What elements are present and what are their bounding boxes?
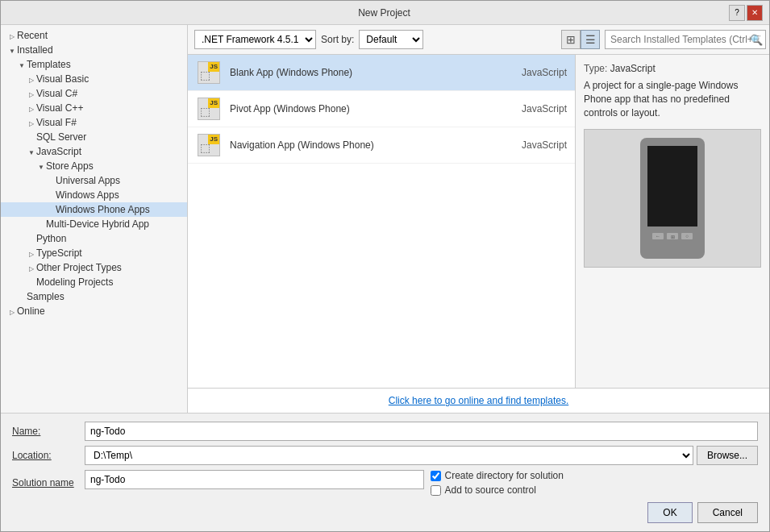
template-row-blank[interactable]: JS ⬚ Blank App (Windows Phone)JavaScript	[188, 55, 575, 91]
tree-arrow-storeapps: ▼	[36, 164, 46, 171]
list-view-btn[interactable]: ☰	[581, 30, 600, 49]
add-source-row[interactable]: Add to source control	[431, 484, 759, 496]
solution-label: Solution name	[12, 477, 85, 488]
tree-label-wphone: Windows Phone Apps	[56, 204, 150, 215]
tree-item-typescript[interactable]: ▷TypeScript	[1, 246, 187, 260]
grid-view-btn[interactable]: ⊞	[561, 30, 581, 49]
tree-item-otherproj[interactable]: ▷Other Project Types	[1, 260, 187, 275]
tree-item-winapps[interactable]: Windows Apps	[1, 188, 187, 202]
phone-home-btn: ⊞	[667, 233, 678, 239]
search-icon: 🔍	[750, 34, 763, 46]
tree-arrow-online: ▷	[7, 309, 17, 316]
phone-screen	[647, 146, 697, 227]
tree-item-universal[interactable]: Universal Apps	[1, 173, 187, 188]
framework-select[interactable]: .NET Framework 4.5.1	[194, 30, 316, 49]
online-link[interactable]: Click here to go online and find templat…	[389, 395, 568, 406]
tree-item-fs[interactable]: ▷Visual F#	[1, 115, 187, 130]
info-description: A project for a single-page Windows Phon…	[584, 79, 761, 119]
sort-label: Sort by:	[321, 34, 354, 45]
tree-label-installed: Installed	[17, 44, 53, 56]
name-input[interactable]	[85, 422, 758, 441]
tree-label-modeling: Modeling Projects	[36, 276, 113, 288]
template-lang-nav: JavaScript	[522, 139, 567, 151]
info-type-label: Type:	[584, 63, 607, 74]
view-toggle: ⊞ ☰	[561, 30, 600, 49]
tree-arrow-installed: ▼	[7, 48, 17, 55]
tree-label-fs: Visual F#	[36, 117, 77, 128]
template-icon-blank: JS ⬚	[196, 60, 222, 85]
tree-item-samples[interactable]: Samples	[1, 289, 187, 304]
browse-button[interactable]: Browse...	[697, 446, 758, 465]
cancel-button[interactable]: Cancel	[697, 502, 758, 523]
ok-button[interactable]: OK	[647, 502, 692, 523]
tree-label-winapps: Windows Apps	[56, 189, 119, 201]
name-row: Name:	[12, 422, 758, 441]
tree-label-multidev: Multi-Device Hybrid App	[46, 218, 149, 230]
template-name-pivot: Pivot App (Windows Phone)	[230, 103, 522, 114]
name-label: Name:	[12, 426, 85, 437]
phone-nav-bar: ← ⊞ ○	[652, 233, 693, 239]
tree-arrow-typescript: ▷	[27, 251, 36, 258]
phone-preview: ← ⊞ ○	[584, 129, 761, 268]
title-controls: ? ✕	[729, 5, 763, 21]
title-bar: New Project ? ✕	[1, 1, 769, 25]
tree-label-vb: Visual Basic	[36, 73, 89, 85]
create-dir-label: Create directory for solution	[445, 470, 564, 481]
tree-item-sql[interactable]: SQL Server	[1, 130, 187, 144]
checkboxes-area: Create directory for solution Add to sou…	[431, 470, 759, 496]
tree-item-python[interactable]: Python	[1, 231, 187, 246]
template-icon-pivot: JS ⬚	[196, 96, 222, 122]
tree-arrow-otherproj: ▷	[27, 265, 36, 272]
template-lang-blank: JavaScript	[522, 67, 567, 78]
tree-label-python: Python	[36, 233, 66, 244]
tree-item-online[interactable]: ▷Online	[1, 304, 187, 318]
template-row-nav[interactable]: JS ⬚ Navigation App (Windows Phone)JavaS…	[188, 127, 575, 164]
sort-select[interactable]: Default	[359, 30, 423, 49]
tree-label-recent: Recent	[17, 30, 48, 41]
tree-item-multidev[interactable]: Multi-Device Hybrid App	[1, 217, 187, 231]
tree-arrow-cs: ▷	[27, 91, 36, 98]
toolbar: .NET Framework 4.5.1 Sort by: Default ⊞ …	[188, 25, 769, 55]
tree-arrow-recent: ▷	[7, 33, 17, 40]
tree-arrow-cpp: ▷	[27, 106, 36, 113]
solution-name-input[interactable]	[85, 470, 424, 489]
tree-item-modeling[interactable]: Modeling Projects	[1, 275, 187, 289]
template-row-pivot[interactable]: JS ⬚ Pivot App (Windows Phone)JavaScript	[188, 91, 575, 127]
new-project-dialog: New Project ? ✕ ▷Recent▼Installed▼Templa…	[0, 0, 770, 532]
tree-item-installed[interactable]: ▼Installed	[1, 43, 187, 57]
template-lang-pivot: JavaScript	[522, 103, 567, 114]
tree-item-recent[interactable]: ▷Recent	[1, 28, 187, 43]
tree-item-vb[interactable]: ▷Visual Basic	[1, 72, 187, 86]
left-panel-tree: ▷Recent▼Installed▼Templates▷Visual Basic…	[1, 25, 188, 413]
close-button[interactable]: ✕	[747, 5, 763, 21]
tree-label-typescript: TypeScript	[36, 247, 82, 259]
tree-item-js[interactable]: ▼JavaScript	[1, 144, 187, 159]
help-button[interactable]: ?	[729, 5, 745, 21]
create-dir-row[interactable]: Create directory for solution	[431, 470, 759, 481]
phone-mockup: ← ⊞ ○	[640, 138, 705, 259]
tree-label-sql: SQL Server	[36, 131, 86, 143]
templates-list: JS ⬚ Blank App (Windows Phone)JavaScript…	[188, 55, 576, 388]
tree-arrow-vb: ▷	[27, 77, 36, 84]
info-type-line: Type: JavaScript	[584, 63, 761, 74]
info-type-value: JavaScript	[610, 63, 656, 74]
tree-label-otherproj: Other Project Types	[36, 262, 122, 273]
search-input[interactable]	[605, 30, 766, 49]
tree-label-js: JavaScript	[36, 146, 81, 157]
tree-item-templates[interactable]: ▼Templates	[1, 57, 187, 72]
location-row: Location: D:\Temp\ Browse...	[12, 446, 758, 465]
add-source-checkbox[interactable]	[431, 485, 441, 496]
location-select[interactable]: D:\Temp\	[85, 446, 693, 465]
info-panel: Type: JavaScript A project for a single-…	[576, 55, 769, 388]
right-panel: .NET Framework 4.5.1 Sort by: Default ⊞ …	[188, 25, 769, 413]
tree-item-cpp[interactable]: ▷Visual C++	[1, 101, 187, 115]
dialog-body: ▷Recent▼Installed▼Templates▷Visual Basic…	[1, 25, 769, 413]
tree-arrow-templates: ▼	[17, 62, 27, 69]
bottom-form: Name: Location: D:\Temp\ Browse... Solut…	[1, 413, 769, 531]
tree-item-storeapps[interactable]: ▼Store Apps	[1, 159, 187, 173]
create-dir-checkbox[interactable]	[431, 471, 441, 481]
dialog-buttons: OK Cancel	[12, 502, 758, 523]
template-name-nav: Navigation App (Windows Phone)	[230, 139, 522, 151]
tree-item-wphone[interactable]: Windows Phone Apps	[1, 202, 187, 217]
tree-item-cs[interactable]: ▷Visual C#	[1, 86, 187, 101]
